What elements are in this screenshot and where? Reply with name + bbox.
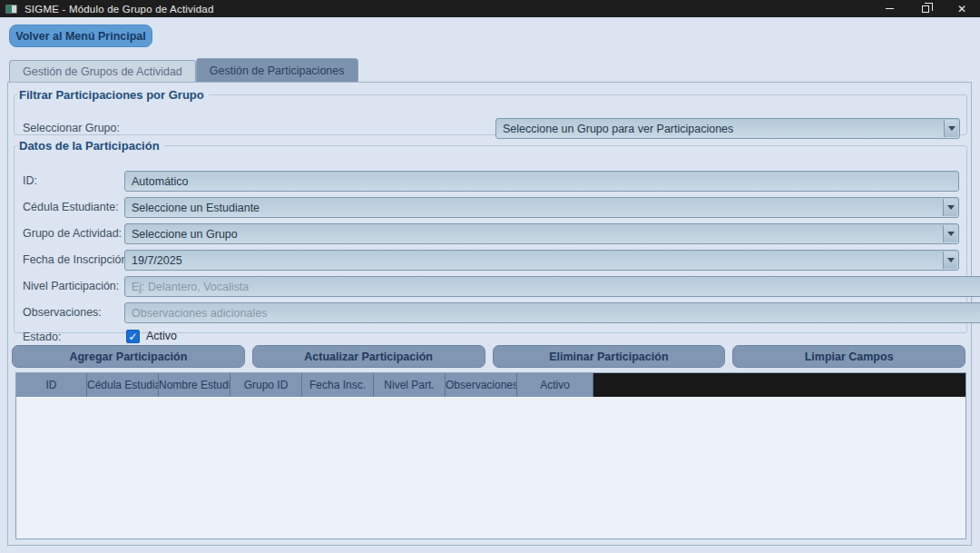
restore-button[interactable] xyxy=(907,0,944,17)
chevron-down-icon xyxy=(947,205,955,210)
column-header-id[interactable]: ID xyxy=(16,373,87,397)
close-icon: ✕ xyxy=(957,4,966,15)
limpiar-campos-button[interactable]: Limpiar Campos xyxy=(732,345,965,368)
table-header-filler xyxy=(593,373,965,397)
restore-icon xyxy=(922,5,929,13)
grupo-actividad-combobox-value: Seleccione un Grupo xyxy=(132,228,238,241)
combo-arrow-button[interactable] xyxy=(943,252,957,269)
datos-section-title: Datos de la Participación xyxy=(17,139,164,153)
agregar-participacion-button[interactable]: Agregar Participación xyxy=(12,345,245,368)
fecha-inscripcion-value: 19/7/2025 xyxy=(132,254,182,267)
table-header-row: ID Cédula Estudiante Nombre Estudiante G… xyxy=(16,373,965,397)
id-label: ID: xyxy=(23,171,37,192)
minimize-button[interactable] xyxy=(871,0,907,17)
cedula-estudiante-combobox[interactable]: Seleccione un Estudiante xyxy=(124,197,959,218)
cedula-estudiante-combobox-value: Seleccione un Estudiante xyxy=(132,202,260,214)
id-field-value: Automático xyxy=(132,175,189,188)
combo-arrow-button[interactable] xyxy=(943,225,957,242)
window-controls: ✕ xyxy=(871,0,980,17)
id-row: ID: Automático xyxy=(15,171,966,192)
grupo-actividad-combobox[interactable]: Seleccione un Grupo xyxy=(124,223,959,244)
grupo-actividad-row: Grupo de Actividad: Seleccione un Grupo xyxy=(15,223,966,244)
fecha-inscripcion-row: Fecha de Inscripción: 19/7/2025 xyxy=(15,250,966,271)
nivel-participacion-row: Nivel Participación: xyxy=(15,276,966,297)
estado-row: Estado: Activo xyxy=(15,327,966,346)
participaciones-panel: Filtrar Participaciones por Grupo Selecc… xyxy=(7,82,972,546)
participaciones-table: ID Cédula Estudiante Nombre Estudiante G… xyxy=(15,372,966,539)
column-header-observaciones[interactable]: Observaciones xyxy=(446,373,517,397)
chevron-down-icon xyxy=(948,126,956,131)
combo-arrow-button[interactable] xyxy=(944,120,958,137)
fecha-inscripcion-picker[interactable]: 19/7/2025 xyxy=(124,250,959,271)
filter-section: Filtrar Participaciones por Grupo Selecc… xyxy=(14,88,967,135)
action-button-bar: Agregar Participación Actualizar Partici… xyxy=(12,345,965,368)
cedula-row: Cédula Estudiante: Seleccione un Estudia… xyxy=(15,197,966,218)
observaciones-row: Observaciones: xyxy=(15,302,966,323)
column-header-fecha-insc[interactable]: Fecha Insc. xyxy=(302,373,374,397)
column-header-cedula-estudiante[interactable]: Cédula Estudiante xyxy=(87,373,159,397)
tab-gestion-grupos[interactable]: Gestión de Grupos de Actividad xyxy=(9,60,196,82)
observaciones-label: Observaciones: xyxy=(23,302,102,323)
grupo-filter-combobox[interactable]: Seleccione un Grupo para ver Participaci… xyxy=(495,118,960,139)
column-header-nivel-part[interactable]: Nivel Part. xyxy=(374,373,446,397)
app-icon xyxy=(5,5,17,14)
cedula-estudiante-label: Cédula Estudiante: xyxy=(23,197,119,218)
grupo-filter-combobox-value: Seleccione un Grupo para ver Participaci… xyxy=(503,123,733,135)
seleccionar-grupo-label: Seleccionar Grupo: xyxy=(23,118,120,139)
datos-participacion-section: Datos de la Participación ID: Automático… xyxy=(14,139,967,333)
observaciones-input[interactable] xyxy=(124,302,980,323)
combo-arrow-button[interactable] xyxy=(943,199,957,216)
nivel-participacion-label: Nivel Participación: xyxy=(23,276,119,297)
column-header-grupo-id[interactable]: Grupo ID xyxy=(230,373,302,397)
id-field[interactable]: Automático xyxy=(124,171,959,192)
fecha-inscripcion-label: Fecha de Inscripción: xyxy=(23,250,131,271)
window-title: SIGME - Módulo de Grupo de Actividad xyxy=(24,4,214,15)
close-button[interactable]: ✕ xyxy=(944,0,980,17)
table-body-viewport[interactable] xyxy=(16,397,965,538)
column-header-nombre-estudiante[interactable]: Nombre Estudiante xyxy=(159,373,230,397)
grupo-actividad-label: Grupo de Actividad: xyxy=(23,223,122,244)
minimize-icon xyxy=(886,8,894,9)
tab-gestion-participaciones[interactable]: Gestión de Participaciones xyxy=(196,58,358,82)
actualizar-participacion-button[interactable]: Actualizar Participación xyxy=(252,345,485,368)
back-to-main-menu-button[interactable]: Volver al Menú Principal xyxy=(9,25,152,47)
title-bar: SIGME - Módulo de Grupo de Actividad ✕ xyxy=(0,0,980,17)
tab-bar: Gestión de Grupos de Actividad Gestión d… xyxy=(9,58,358,82)
chevron-down-icon xyxy=(947,258,955,262)
nivel-participacion-input[interactable] xyxy=(124,276,980,297)
activo-checkbox[interactable] xyxy=(126,330,140,343)
filter-section-title: Filtrar Participaciones por Grupo xyxy=(17,88,209,102)
activo-checkbox-label: Activo xyxy=(146,327,177,346)
eliminar-participacion-button[interactable]: Eliminar Participación xyxy=(493,345,726,368)
column-header-activo[interactable]: Activo xyxy=(517,373,593,397)
chevron-down-icon xyxy=(947,232,955,236)
